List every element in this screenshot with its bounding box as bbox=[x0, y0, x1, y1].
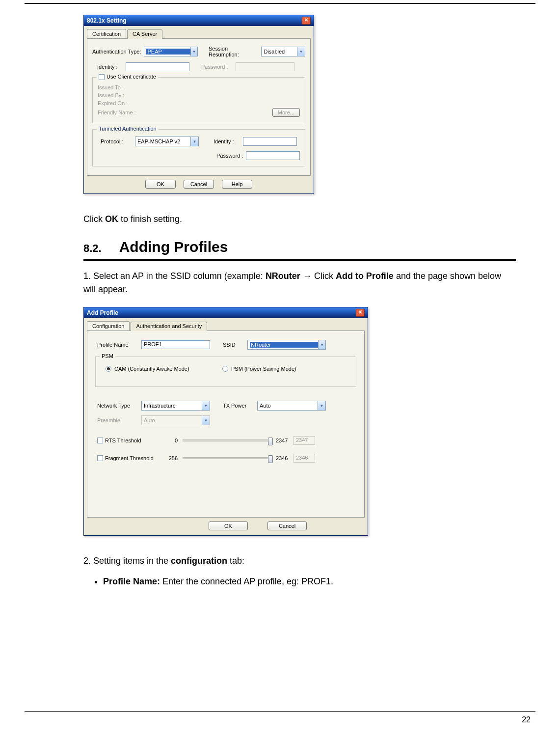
dialog1-titlebar[interactable]: 802.1x Setting ✕ bbox=[84, 15, 314, 26]
auth-type-label: Authentication Type: bbox=[92, 49, 144, 55]
use-client-cert-checkbox[interactable] bbox=[99, 74, 105, 80]
arrow-right-icon: → bbox=[300, 271, 314, 281]
rts-min: 0 bbox=[163, 438, 178, 443]
friendly-name-label: Friendly Name : bbox=[98, 110, 157, 115]
rts-slider[interactable] bbox=[183, 439, 271, 441]
preamble-label: Preamble bbox=[97, 417, 141, 423]
ssid-value: NRouter bbox=[250, 342, 318, 348]
ok-button[interactable]: OK bbox=[209, 521, 248, 530]
psm-groupbox-legend: PSM bbox=[100, 353, 115, 359]
chevron-down-icon: ▼ bbox=[202, 401, 210, 410]
password-input bbox=[236, 62, 294, 71]
fragment-threshold-label: Fragment Threshold bbox=[105, 455, 163, 461]
identity-label: Identity : bbox=[97, 64, 126, 70]
dialog2-title: Add Profile bbox=[87, 309, 118, 316]
cam-radio[interactable] bbox=[106, 366, 111, 372]
cancel-button[interactable]: Cancel bbox=[267, 521, 307, 530]
network-type-select[interactable]: Infrastructure ▼ bbox=[141, 401, 210, 411]
rts-value-input: 2347 bbox=[293, 436, 315, 445]
session-resumption-label: Session Resumption: bbox=[209, 46, 259, 57]
dialog2-titlebar[interactable]: Add Profile ✕ bbox=[84, 307, 368, 318]
chevron-down-icon: ▼ bbox=[297, 47, 305, 56]
issued-to-label: Issued To : bbox=[98, 84, 147, 90]
psm-radio-label: PSM (Power Saving Mode) bbox=[231, 366, 296, 372]
rts-threshold-label: RTS Threshold bbox=[105, 438, 163, 443]
rts-threshold-checkbox[interactable] bbox=[97, 438, 103, 443]
profile-name-input[interactable]: PROF1 bbox=[141, 340, 210, 349]
dialog-8021x-setting: 802.1x Setting ✕ Certification CA Server… bbox=[83, 15, 314, 194]
step-1-text: 1. Select an AP in the SSID column (exam… bbox=[83, 270, 516, 296]
instruction-click-ok: Click OK to finish setting. bbox=[83, 213, 516, 226]
network-type-value: Infrastructure bbox=[144, 403, 176, 409]
rts-slider-thumb[interactable] bbox=[268, 438, 273, 445]
section-number: 8.2. bbox=[83, 242, 102, 254]
tab-configuration[interactable]: Configuration bbox=[87, 321, 130, 330]
frag-max: 2346 bbox=[276, 455, 293, 461]
chevron-down-icon: ▼ bbox=[318, 401, 325, 410]
tab-certification[interactable]: Certification bbox=[87, 29, 126, 38]
help-button[interactable]: Help bbox=[222, 180, 252, 189]
frag-min: 256 bbox=[163, 455, 178, 461]
network-type-label: Network Type bbox=[97, 403, 141, 409]
tx-power-value: Auto bbox=[260, 403, 271, 409]
ssid-label: SSID bbox=[223, 342, 247, 348]
step-2-text: 2. Setting items in the configuration ta… bbox=[83, 554, 516, 568]
dialog1-title: 802.1x Setting bbox=[87, 17, 127, 24]
session-resumption-select[interactable]: Disabled ▼ bbox=[261, 47, 305, 56]
preamble-select: Auto ▼ bbox=[141, 415, 210, 425]
tx-power-select[interactable]: Auto ▼ bbox=[257, 401, 326, 411]
fragment-slider-thumb[interactable] bbox=[268, 455, 273, 463]
auth-type-select[interactable]: PEAP ▼ bbox=[144, 47, 197, 56]
chevron-down-icon: ▼ bbox=[190, 137, 198, 146]
chevron-down-icon: ▼ bbox=[202, 416, 210, 425]
identity-input[interactable] bbox=[126, 62, 189, 71]
psm-radio[interactable] bbox=[222, 366, 228, 372]
session-resumption-value: Disabled bbox=[264, 49, 285, 55]
password-label: Password : bbox=[201, 64, 236, 70]
tx-power-label: TX Power bbox=[223, 403, 257, 409]
tunnel-password-input[interactable] bbox=[246, 151, 300, 160]
page-number: 22 bbox=[522, 715, 531, 724]
ssid-select[interactable]: NRouter ▼ bbox=[247, 340, 326, 350]
tunnel-identity-label: Identity : bbox=[213, 138, 243, 144]
dialog-add-profile: Add Profile ✕ Configuration Authenticati… bbox=[83, 307, 368, 536]
section-title: Adding Profiles bbox=[119, 239, 228, 255]
issued-by-label: Issued By : bbox=[98, 92, 147, 98]
tab-auth-security[interactable]: Authentication and Security bbox=[131, 322, 207, 331]
cam-radio-label: CAM (Constantly Awake Mode) bbox=[114, 366, 222, 372]
fragment-slider[interactable] bbox=[183, 457, 271, 459]
protocol-label: Protocol : bbox=[101, 138, 135, 144]
section-heading-8-2: 8.2.Adding Profiles bbox=[83, 239, 516, 255]
ok-button[interactable]: OK bbox=[145, 180, 176, 189]
rts-max: 2347 bbox=[276, 438, 293, 443]
chevron-down-icon: ▼ bbox=[318, 340, 325, 349]
cancel-button[interactable]: Cancel bbox=[184, 180, 214, 189]
expired-on-label: Expired On : bbox=[98, 100, 147, 106]
close-icon[interactable]: ✕ bbox=[356, 309, 365, 317]
close-icon[interactable]: ✕ bbox=[302, 17, 311, 25]
bullet-profile-name: Profile Name: Enter the connected AP pro… bbox=[103, 576, 516, 587]
tab-ca-server[interactable]: CA Server bbox=[127, 29, 162, 39]
section-divider bbox=[83, 259, 516, 261]
profile-name-label: Profile Name bbox=[97, 342, 141, 348]
frag-value-input: 2346 bbox=[293, 454, 315, 463]
use-client-cert-label: Use Client certificate bbox=[107, 74, 156, 80]
protocol-value: EAP-MSCHAP v2 bbox=[137, 138, 180, 144]
auth-type-value: PEAP bbox=[146, 49, 190, 55]
protocol-select[interactable]: EAP-MSCHAP v2 ▼ bbox=[135, 137, 199, 146]
preamble-value: Auto bbox=[144, 417, 155, 423]
tunnel-password-label: Password : bbox=[216, 153, 246, 159]
chevron-down-icon: ▼ bbox=[190, 47, 197, 56]
tunneled-auth-legend: Tunneled Authentication bbox=[97, 126, 159, 132]
tunnel-identity-input[interactable] bbox=[243, 137, 297, 146]
fragment-threshold-checkbox[interactable] bbox=[97, 455, 103, 461]
more-button: More... bbox=[272, 108, 300, 117]
